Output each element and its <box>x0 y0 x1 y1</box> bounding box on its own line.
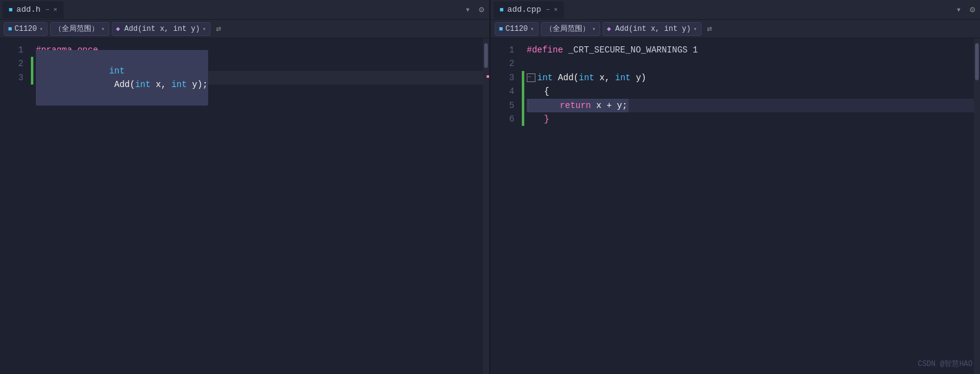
right-symbol-icon: ◆ <box>607 25 611 33</box>
left-tab-add-h[interactable]: ■ add.h − × <box>2 1 64 19</box>
right-config-dropdown[interactable]: ■ C1120 ▾ <box>495 22 538 36</box>
line-num-2: 2 <box>0 57 31 70</box>
left-split-btn[interactable]: ⇄ <box>213 22 224 35</box>
left-tab-name: add.h <box>17 5 41 14</box>
left-code-area: 1 2 3 #pragma once <box>0 38 489 374</box>
scope-chevron: ▾ <box>101 25 105 33</box>
left-config-label: C1120 <box>15 25 37 33</box>
line-num-3: 3 <box>0 71 31 85</box>
left-scrollbar-thumb[interactable] <box>484 43 488 68</box>
left-tab-close[interactable]: × <box>53 6 57 14</box>
collapse-icon[interactable]: − <box>527 73 535 82</box>
left-tab-controls: ▾ ⚙ <box>463 3 487 16</box>
right-config-label: C1120 <box>506 25 528 33</box>
left-vscrollbar[interactable] <box>483 38 489 374</box>
left-tab-pin[interactable]: − <box>46 6 50 14</box>
r-int-kw-3: int <box>615 71 630 85</box>
line-num-1: 1 <box>0 43 31 57</box>
symbol-chevron: ▾ <box>203 25 206 33</box>
left-tab-dropdown-btn[interactable]: ▾ <box>463 3 472 16</box>
indent-guide-dashed <box>528 99 537 112</box>
right-tab-pin[interactable]: − <box>546 6 550 14</box>
param-x: x, <box>151 80 172 89</box>
left-toolbar: ■ C1120 ▾ （全局范围） ▾ ◆ Add(int x, int y) ▾… <box>0 20 489 38</box>
r-code-line-4: { <box>527 85 974 98</box>
int-kw-3: int <box>171 80 186 89</box>
r-code-line-2 <box>527 57 974 70</box>
close-brace: } <box>544 112 549 126</box>
right-scope-chevron: ▾ <box>592 25 596 33</box>
r-int-kw-2: int <box>579 71 594 85</box>
add-open: Add( <box>109 80 135 89</box>
r-param-x: x, <box>594 71 615 85</box>
right-tab-bar: ■ add.cpp − × ▾ ⚙ <box>491 0 980 20</box>
left-scope-dropdown[interactable]: （全局范围） ▾ <box>50 22 109 36</box>
right-tab-controls: ▾ ⚙ <box>953 3 978 16</box>
left-editor-pane: ■ add.h − × ▾ ⚙ ■ C1120 ▾ （全局范围） <box>0 0 489 374</box>
config-chevron: ▾ <box>40 25 43 33</box>
int-kw-2: int <box>135 80 151 89</box>
r-line-num-1: 1 <box>491 43 522 57</box>
open-brace: { <box>544 85 549 98</box>
return-expr: x + y; <box>596 99 627 112</box>
right-toolbar: ■ C1120 ▾ （全局范围） ▾ ◆ Add(int x, int y) ▾… <box>491 20 980 38</box>
left-tab-gear-btn[interactable]: ⚙ <box>477 3 487 16</box>
r-line-num-5: 5 <box>491 99 522 112</box>
right-file-icon: ■ <box>500 6 504 14</box>
right-line-numbers: 1 2 3 4 5 6 <box>491 38 522 374</box>
right-tab-dropdown-btn[interactable]: ▾ <box>953 3 963 16</box>
right-config-chevron: ▾ <box>530 25 534 33</box>
right-config-icon: ■ <box>499 25 503 33</box>
r-code-line-3: −int Add(int x, int y) <box>527 71 974 85</box>
r-code-line-6: } <box>527 112 974 126</box>
r-line-num-6: 6 <box>491 112 522 126</box>
line3-content: int Add(int x, int y); <box>36 50 208 106</box>
r-int-kw-1: int <box>537 71 553 85</box>
r-code-line-5: return x + y; <box>527 99 974 112</box>
right-code-content[interactable]: #define _CRT_SECURE_NO_WARNINGS 1 −int A… <box>524 38 974 374</box>
return-kw: return <box>539 99 596 112</box>
right-scope-label: （全局范围） <box>545 23 590 34</box>
left-tab-bar: ■ add.h − × ▾ ⚙ <box>0 0 489 20</box>
r-line-num-3: 3 <box>491 71 522 85</box>
r-line-num-4: 4 <box>491 85 522 98</box>
left-symbol-dropdown[interactable]: ◆ Add(int x, int y) ▾ <box>112 22 211 36</box>
config-icon: ■ <box>8 25 12 33</box>
right-split-btn[interactable]: ⇄ <box>704 22 715 35</box>
right-symbol-dropdown[interactable]: ◆ Add(int x, int y) ▾ <box>603 22 701 36</box>
right-editor-pane: ■ add.cpp − × ▾ ⚙ ■ C1120 ▾ （全局范围） <box>491 0 980 374</box>
int-kw-1: int <box>109 66 125 76</box>
param-y: y); <box>187 80 208 89</box>
right-tab-name: add.cpp <box>508 5 542 14</box>
right-symbol-chevron: ▾ <box>693 25 697 33</box>
left-line-numbers: 1 2 3 <box>0 38 31 374</box>
right-tab-close[interactable]: × <box>554 6 558 14</box>
right-symbol-label: Add(int x, int y) <box>615 25 690 33</box>
symbol-icon: ◆ <box>116 25 120 33</box>
left-scrollbar-marker <box>487 75 489 78</box>
code-line-3: int Add(int x, int y); <box>36 71 483 85</box>
right-vscrollbar[interactable] <box>974 38 980 374</box>
right-tab-gear-btn[interactable]: ⚙ <box>968 3 978 16</box>
r-add-open: Add( <box>553 71 579 85</box>
right-tab-add-cpp[interactable]: ■ add.cpp − × <box>493 1 564 19</box>
left-config-dropdown[interactable]: ■ C1120 ▾ <box>4 22 48 36</box>
r-line-num-2: 2 <box>491 57 522 70</box>
file-icon: ■ <box>9 6 13 14</box>
left-symbol-label: Add(int x, int y) <box>124 25 199 33</box>
left-code-content[interactable]: #pragma once //函数声明 int Add(int x, int y… <box>33 38 483 374</box>
define-val: 1 <box>693 43 698 57</box>
r-line5-content: return x + y; <box>527 99 629 112</box>
r-param-y: y) <box>630 71 646 85</box>
left-scope-label: （全局范围） <box>54 23 99 34</box>
right-scrollbar-thumb[interactable] <box>975 43 979 80</box>
right-scope-dropdown[interactable]: （全局范围） ▾ <box>541 22 600 36</box>
right-code-area: 1 2 3 4 5 6 <box>491 38 980 374</box>
